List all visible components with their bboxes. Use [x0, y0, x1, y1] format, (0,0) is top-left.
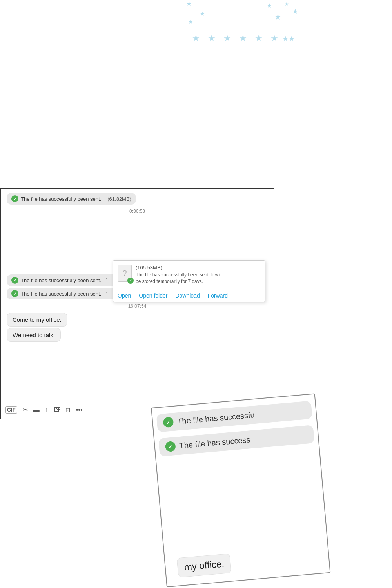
- svg-text:★★: ★★: [282, 35, 295, 43]
- popup-size: (105.53MB): [136, 265, 221, 270]
- popup-desc: The file has successfully been sent. It …: [136, 272, 221, 285]
- check-icon-1: [11, 195, 18, 202]
- popup-openfolder-btn[interactable]: Open folder: [139, 292, 167, 299]
- zoomed-check-2: [165, 441, 176, 452]
- come-to-office-bubble: Come to my office.: [7, 313, 67, 327]
- zoomed-text-1: The file has successfu: [177, 410, 255, 426]
- svg-text:★: ★: [192, 33, 200, 43]
- chat-messages: The file has successfully been sent. (61…: [1, 189, 274, 401]
- file-text-1: The file has successfully been sent.: [21, 196, 101, 202]
- more-options-icon[interactable]: •••: [76, 407, 83, 414]
- file-bubble-1: The file has successfully been sent. (61…: [7, 193, 136, 205]
- share-icon[interactable]: ↑: [45, 407, 48, 414]
- context-popup-header: ? ✓ (105.53MB) The file has successfully…: [113, 261, 265, 289]
- file-text-3: The file has successfully been sent.: [21, 291, 101, 297]
- zoomed-check-1: [163, 417, 174, 428]
- popup-forward-btn[interactable]: Forward: [208, 292, 228, 299]
- svg-text:★: ★: [267, 2, 272, 9]
- popup-info: (105.53MB) The file has successfully bee…: [136, 265, 221, 285]
- popup-open-btn[interactable]: Open: [118, 292, 131, 299]
- svg-text:★: ★: [284, 1, 289, 7]
- scissors-icon[interactable]: ✂: [23, 406, 28, 414]
- svg-text:★: ★: [270, 33, 278, 43]
- file-text-2: The file has successfully been sent.: [21, 278, 101, 283]
- timestamp-3: 16:07:54: [7, 303, 268, 309]
- screenshot-icon[interactable]: ⊡: [65, 407, 71, 414]
- svg-text:★: ★: [274, 13, 281, 21]
- svg-text:★: ★: [255, 33, 263, 43]
- zoomed-panel: The file has successfu The file has succ…: [151, 393, 330, 587]
- file-size-1: (61.82MB): [103, 196, 131, 202]
- popup-actions: Open Open folder Download Forward: [113, 289, 265, 302]
- image-icon[interactable]: 🖼: [54, 407, 60, 414]
- svg-text:★: ★: [200, 11, 205, 17]
- we-need-to-talk-bubble: We need to talk.: [7, 328, 61, 342]
- file-icon: ? ✓: [118, 265, 132, 282]
- zoomed-text-2: The file has success: [179, 435, 251, 450]
- context-popup: ? ✓ (105.53MB) The file has successfully…: [113, 260, 265, 302]
- check-icon-3: [11, 290, 18, 297]
- svg-text:★: ★: [239, 33, 247, 43]
- timestamp-1: 0:36:58: [7, 209, 268, 214]
- mini-check-icon: ✓: [127, 278, 134, 284]
- svg-text:★: ★: [223, 33, 231, 43]
- svg-text:★: ★: [186, 0, 192, 7]
- check-icon-2: [11, 277, 18, 284]
- stars-decoration: ★ ★ ★ ★ ★ ★ ★★ ★ ★ ★ ★ ★ ★ ★: [0, 0, 392, 51]
- svg-text:★: ★: [208, 33, 216, 43]
- chat-window: The file has successfully been sent. (61…: [0, 188, 274, 419]
- zoomed-office-bubble: my office.: [177, 554, 232, 578]
- svg-text:★: ★: [292, 7, 298, 15]
- folder-icon[interactable]: ▬: [33, 407, 40, 414]
- svg-text:★: ★: [188, 18, 193, 25]
- gif-button[interactable]: GIF: [5, 406, 17, 414]
- popup-download-btn[interactable]: Download: [175, 292, 200, 299]
